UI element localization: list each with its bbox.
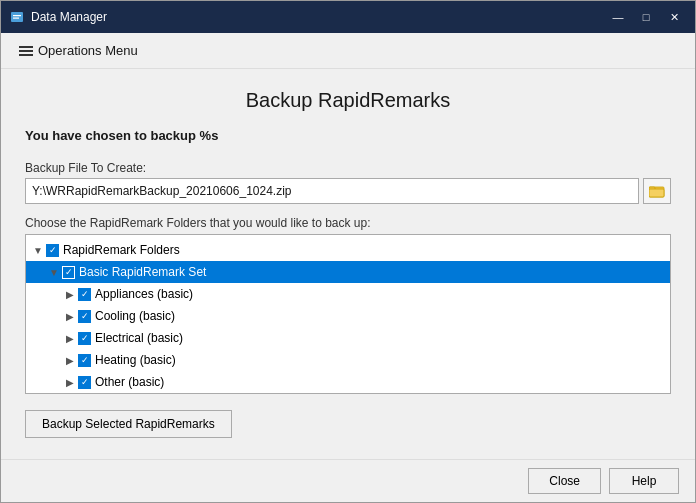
hamburger-icon [19, 46, 33, 56]
tree-inner: ▼ RapidRemark Folders ▼ Basic RapidRemar… [26, 235, 670, 394]
svg-rect-5 [649, 189, 664, 197]
app-icon [9, 9, 25, 25]
tree-row[interactable]: ▶ Heating (basic) [26, 349, 670, 371]
checkbox-root[interactable] [46, 244, 59, 257]
tree-item-label: Cooling (basic) [95, 309, 175, 323]
tree-row[interactable]: ▶ Appliances (basic) [26, 283, 670, 305]
tree-row[interactable]: ▶ Cooling (basic) [26, 305, 670, 327]
menu-bar: Operations Menu [1, 33, 695, 69]
tree-item-label: Electrical (basic) [95, 331, 183, 345]
checkbox-cooling[interactable] [78, 310, 91, 323]
svg-rect-0 [11, 12, 23, 22]
file-section: Backup File To Create: [25, 161, 671, 204]
tree-item-label: Other (basic) [95, 375, 164, 389]
main-window: Data Manager — □ ✕ Operations Menu Backu… [0, 0, 696, 503]
tree-row[interactable]: ▶ Plumbing (basic) [26, 393, 670, 394]
expand-icon[interactable]: ▶ [62, 308, 78, 324]
svg-rect-1 [13, 15, 21, 16]
checkbox-appliances[interactable] [78, 288, 91, 301]
tree-row[interactable]: ▼ RapidRemark Folders [26, 239, 670, 261]
maximize-button[interactable]: □ [633, 7, 659, 27]
title-bar: Data Manager — □ ✕ [1, 1, 695, 33]
tree-section: Choose the RapidRemark Folders that you … [25, 216, 671, 394]
subtitle-text: You have chosen to backup %s [25, 128, 671, 143]
content-area: Backup RapidRemarks You have chosen to b… [1, 69, 695, 459]
expand-icon[interactable]: ▼ [30, 242, 46, 258]
window-controls: — □ ✕ [605, 7, 687, 27]
window-title: Data Manager [31, 10, 605, 24]
tree-row[interactable]: ▶ Other (basic) [26, 371, 670, 393]
operations-menu[interactable]: Operations Menu [11, 39, 146, 62]
page-title: Backup RapidRemarks [25, 89, 671, 112]
expand-icon[interactable]: ▶ [62, 352, 78, 368]
tree-label: Choose the RapidRemark Folders that you … [25, 216, 671, 230]
tree-row[interactable]: ▶ Electrical (basic) [26, 327, 670, 349]
close-button[interactable]: Close [528, 468, 601, 494]
file-input-row [25, 178, 671, 204]
backup-file-input[interactable] [25, 178, 639, 204]
file-label: Backup File To Create: [25, 161, 671, 175]
folder-tree[interactable]: ▼ RapidRemark Folders ▼ Basic RapidRemar… [25, 234, 671, 394]
expand-icon[interactable]: ▶ [62, 330, 78, 346]
tree-row[interactable]: ▼ Basic RapidRemark Set [26, 261, 670, 283]
expand-icon[interactable]: ▶ [62, 286, 78, 302]
expand-icon[interactable]: ▼ [46, 264, 62, 280]
browse-button[interactable] [643, 178, 671, 204]
checkbox-basic-set[interactable] [62, 266, 75, 279]
footer: Close Help [1, 459, 695, 502]
checkbox-electrical[interactable] [78, 332, 91, 345]
expand-icon[interactable]: ▶ [62, 374, 78, 390]
tree-item-label: RapidRemark Folders [63, 243, 180, 257]
backup-button[interactable]: Backup Selected RapidRemarks [25, 410, 232, 438]
folder-icon [649, 184, 665, 198]
checkbox-other[interactable] [78, 376, 91, 389]
action-row: Backup Selected RapidRemarks [25, 410, 671, 438]
tree-item-label: Basic RapidRemark Set [79, 265, 206, 279]
operations-menu-label: Operations Menu [38, 43, 138, 58]
tree-item-label: Appliances (basic) [95, 287, 193, 301]
checkbox-heating[interactable] [78, 354, 91, 367]
tree-item-label: Heating (basic) [95, 353, 176, 367]
svg-rect-2 [13, 18, 19, 19]
minimize-button[interactable]: — [605, 7, 631, 27]
close-window-button[interactable]: ✕ [661, 7, 687, 27]
help-button[interactable]: Help [609, 468, 679, 494]
